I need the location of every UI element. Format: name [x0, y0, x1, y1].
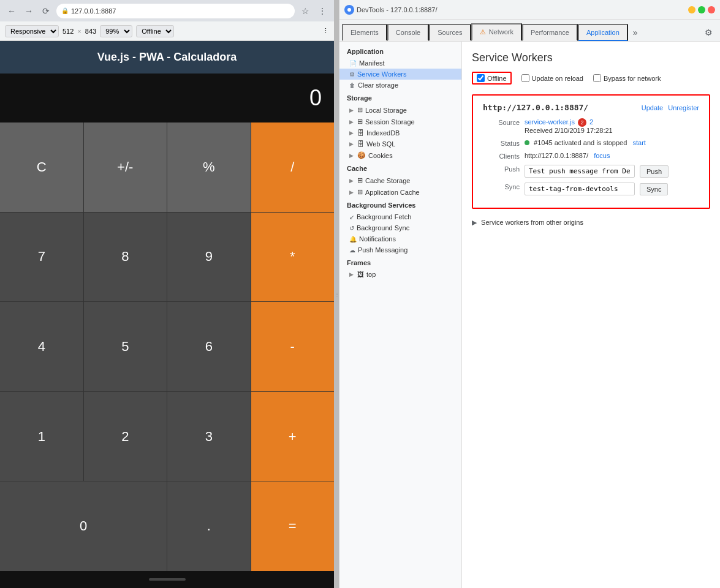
sidebar-item-cache-storage[interactable]: ▶ ⊞ Cache Storage: [339, 175, 461, 186]
expand-icon-session: ▶: [349, 119, 354, 125]
update-on-reload-label: Update on reload: [532, 75, 583, 82]
star-button[interactable]: ☆: [298, 4, 312, 18]
minimize-button[interactable]: [688, 6, 695, 13]
push-button[interactable]: Push: [640, 165, 669, 178]
push-messaging-icon: ☁: [349, 247, 355, 254]
offline-select[interactable]: Offline: [136, 25, 174, 37]
tab-network[interactable]: ⚠ Network: [471, 23, 522, 41]
update-on-reload-group[interactable]: Update on reload: [521, 74, 583, 82]
address-text: 127.0.0.1:8887: [71, 7, 116, 15]
sidebar-item-indexeddb[interactable]: ▶ 🗄 IndexedDB: [339, 127, 461, 138]
manifest-icon: 📄: [349, 60, 357, 67]
sidebar-item-top[interactable]: ▶ 🖼 top: [339, 269, 461, 280]
sidebar-item-bg-sync[interactable]: ↺ Background Sync: [339, 222, 461, 233]
address-bar[interactable]: 🔒 127.0.0.1:8887: [56, 4, 295, 18]
received-text: Received 2/10/2019 17:28:21: [525, 127, 613, 134]
sidebar-item-manifest[interactable]: 📄 Manifest: [339, 58, 461, 69]
unregister-link[interactable]: Unregister: [668, 104, 699, 111]
offline-checkbox-group[interactable]: Offline: [472, 72, 512, 85]
calc-btn-9[interactable]: 9: [167, 213, 251, 302]
responsive-select[interactable]: Responsive: [5, 25, 59, 37]
resize-handle[interactable]: ⋮: [334, 0, 339, 588]
back-button[interactable]: ←: [5, 4, 18, 18]
sidebar-item-local-storage[interactable]: ▶ ⊞ Local Storage: [339, 104, 461, 116]
bypass-for-network-group[interactable]: Bypass for network: [593, 74, 661, 82]
session-storage-db-icon: ⊞: [357, 118, 363, 126]
toolbar-more[interactable]: ⋮: [322, 27, 329, 35]
error-count-link[interactable]: 2: [589, 118, 593, 126]
sidebar-item-session-storage[interactable]: ▶ ⊞ Session Storage: [339, 116, 461, 127]
calc-display: 0: [0, 74, 334, 123]
sync-button[interactable]: Sync: [640, 183, 668, 195]
sidebar-item-bgsync-label: Background Sync: [357, 224, 409, 232]
sync-input[interactable]: [525, 183, 635, 195]
push-label: Push: [483, 165, 520, 173]
calc-btn-5[interactable]: 5: [84, 302, 167, 391]
bg-sync-icon: ↺: [349, 225, 354, 232]
offline-checkbox[interactable]: [477, 74, 485, 82]
cache-storage-icon: ⊞: [357, 176, 363, 184]
tab-sources[interactable]: Sources: [429, 24, 471, 41]
calc-btn-7[interactable]: 7: [0, 213, 83, 302]
calc-btn-_[interactable]: +: [251, 392, 335, 481]
sidebar-item-clear-storage[interactable]: 🗑 Clear storage: [339, 80, 461, 91]
update-link[interactable]: Update: [642, 104, 663, 111]
calc-btn-_[interactable]: .: [167, 481, 251, 571]
calc-btn-2[interactable]: 2: [84, 392, 167, 481]
calc-btn-1[interactable]: 1: [0, 392, 83, 481]
cookies-icon: 🍪: [357, 151, 366, 159]
sidebar-item-service-workers[interactable]: ⚙ Service Workers: [339, 69, 461, 80]
bypass-for-network-checkbox[interactable]: [593, 74, 601, 82]
tab-console[interactable]: Console: [387, 24, 429, 41]
calc-btn-_[interactable]: *: [251, 213, 335, 302]
sidebar-item-bg-fetch[interactable]: ↙ Background Fetch: [339, 211, 461, 222]
calc-btn-_[interactable]: =: [251, 481, 335, 571]
calc-btn-C[interactable]: C: [0, 123, 83, 212]
calc-btn-___[interactable]: +/-: [84, 123, 167, 212]
push-input[interactable]: [525, 165, 635, 178]
start-link[interactable]: start: [633, 139, 646, 146]
push-input-row: Push: [525, 165, 699, 178]
sw-worker-url: http://127.0.0.1:8887/: [483, 103, 588, 112]
sidebar-item-cookies[interactable]: ▶ 🍪 Cookies: [339, 149, 461, 161]
calc-btn-_[interactable]: %: [167, 123, 251, 212]
sidebar-item-top-label: top: [366, 271, 376, 278]
sw-status-row: Status #1045 activated and is stopped st…: [483, 139, 699, 147]
sidebar-item-app-cache[interactable]: ▶ ⊞ Application Cache: [339, 186, 461, 198]
zoom-select[interactable]: 99%: [100, 25, 132, 37]
sidebar-item-appcache-label: Application Cache: [365, 189, 420, 196]
tab-elements[interactable]: Elements: [342, 24, 387, 41]
separator: ×: [77, 28, 81, 35]
calc-btn-3[interactable]: 3: [167, 392, 251, 481]
sync-value: Sync: [525, 183, 699, 195]
close-button[interactable]: [708, 6, 715, 13]
maximize-button[interactable]: [698, 6, 705, 13]
calc-btn-0[interactable]: 0: [0, 481, 167, 571]
calc-btn-_[interactable]: /: [251, 123, 335, 212]
sidebar-item-notifications[interactable]: 🔔 Notifications: [339, 233, 461, 244]
update-on-reload-checkbox[interactable]: [521, 74, 529, 82]
tab-application[interactable]: Application: [578, 24, 628, 41]
source-file-link[interactable]: service-worker.js: [525, 118, 575, 126]
resize-dots: ⋮: [335, 292, 339, 297]
tab-performance[interactable]: Performance: [522, 24, 578, 41]
focus-link[interactable]: focus: [594, 152, 610, 159]
calc-btn-6[interactable]: 6: [167, 302, 251, 391]
network-warning-icon: ⚠: [480, 28, 486, 36]
sidebar-item-websql[interactable]: ▶ 🗄 Web SQL: [339, 138, 461, 149]
calc-btn-8[interactable]: 8: [84, 213, 167, 302]
calc-btn-4[interactable]: 4: [0, 302, 83, 391]
settings-icon[interactable]: ⚙: [700, 24, 718, 41]
reload-button[interactable]: ⟳: [39, 4, 53, 18]
sw-clients-row: Clients http://127.0.0.1:8887/ focus: [483, 152, 699, 160]
expand-icon-idb: ▶: [349, 130, 354, 136]
browser-panel: ← → ⟳ 🔒 127.0.0.1:8887 ☆ ⋮ Responsive 51…: [0, 0, 334, 588]
forward-button[interactable]: →: [22, 4, 36, 18]
sidebar-item-push-messaging[interactable]: ☁ Push Messaging: [339, 244, 461, 255]
calc-btn-_[interactable]: -: [251, 302, 335, 391]
sidebar-item-manifest-label: Manifest: [359, 59, 385, 67]
sw-other-origins[interactable]: ▶ Service workers from other origins: [472, 219, 710, 227]
more-button[interactable]: ⋮: [316, 4, 329, 18]
sidebar-item-websql-label: Web SQL: [366, 140, 396, 148]
tabs-more-button[interactable]: »: [628, 24, 643, 41]
